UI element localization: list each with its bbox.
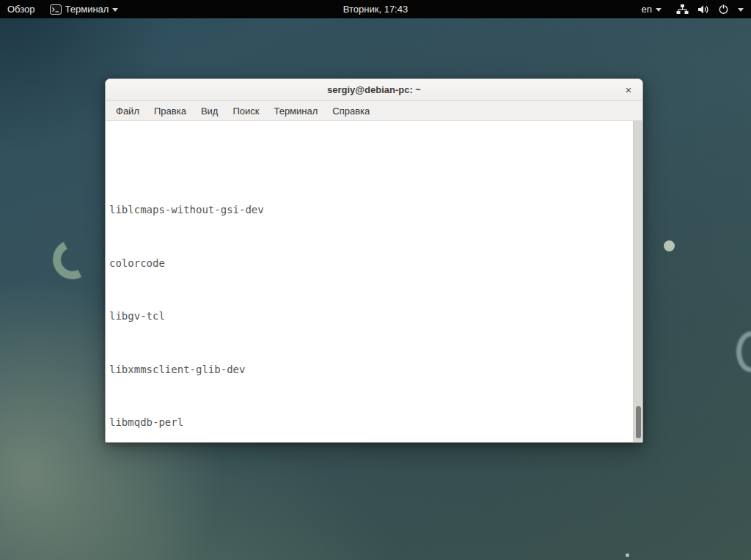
- terminal-line: liblcmaps-without-gsi-dev: [109, 203, 633, 216]
- terminal-app-icon: [50, 4, 62, 15]
- chevron-down-icon: [112, 8, 118, 12]
- terminal-output[interactable]: liblcmaps-without-gsi-dev colorcode libg…: [106, 121, 633, 442]
- close-button[interactable]: ×: [620, 82, 637, 98]
- power-icon: [718, 4, 729, 15]
- activities-button[interactable]: Обзор: [0, 0, 43, 18]
- system-menu-button[interactable]: [669, 0, 751, 18]
- network-wired-icon: [676, 4, 689, 15]
- scrollbar[interactable]: [633, 121, 642, 442]
- volume-icon: [697, 4, 709, 15]
- menu-item[interactable]: Справка: [325, 103, 377, 119]
- menu-item[interactable]: Вид: [194, 103, 226, 119]
- panel-left: Обзор Терминал: [0, 0, 125, 18]
- terminal-line: colorcode: [109, 257, 633, 270]
- terminal-window: sergiy@debian-pc: ~ × Файл Правка Вид По…: [105, 78, 643, 443]
- terminal-lines: liblcmaps-without-gsi-dev colorcode libg…: [109, 150, 633, 442]
- wallpaper-dot: [664, 240, 675, 251]
- app-menu-label: Терминал: [65, 4, 109, 15]
- chevron-down-icon: [738, 8, 744, 12]
- menu-item[interactable]: Терминал: [266, 103, 325, 119]
- keyboard-layout-label: en: [642, 4, 652, 15]
- top-panel: Обзор Терминал Вторник, 17:43 en: [0, 0, 751, 18]
- menu-item[interactable]: Поиск: [225, 103, 266, 119]
- wallpaper-crescent: [48, 235, 98, 284]
- menu-bar: Файл Правка Вид Поиск Терминал Справка: [106, 101, 642, 121]
- terminal-area: liblcmaps-without-gsi-dev colorcode libg…: [106, 121, 642, 442]
- wallpaper-ring: [736, 331, 751, 372]
- panel-right: en: [634, 0, 751, 18]
- menu-item[interactable]: Файл: [109, 103, 147, 119]
- keyboard-layout-button[interactable]: en: [634, 0, 669, 18]
- terminal-line: libmqdb-perl: [109, 416, 633, 429]
- app-menu-button[interactable]: Терминал: [43, 0, 126, 18]
- chevron-down-icon: [656, 8, 662, 12]
- window-title: sergiy@debian-pc: ~: [327, 84, 421, 95]
- scrollbar-thumb[interactable]: [636, 406, 641, 438]
- clock-button[interactable]: Вторник, 17:43: [336, 0, 415, 18]
- wallpaper-dot: [626, 553, 629, 557]
- terminal-line: libgv-tcl: [109, 309, 633, 323]
- menu-item[interactable]: Правка: [147, 103, 194, 119]
- window-titlebar[interactable]: sergiy@debian-pc: ~ ×: [106, 79, 642, 101]
- terminal-line: libxmmsclient-glib-dev: [109, 363, 633, 376]
